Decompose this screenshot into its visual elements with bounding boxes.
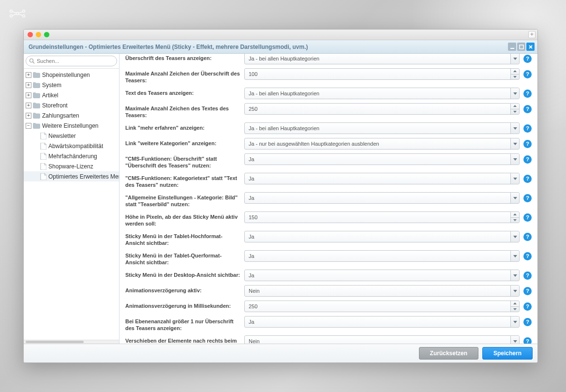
spinner-up-icon[interactable] [511,69,519,75]
expand-icon[interactable]: + [26,72,31,78]
expand-icon[interactable]: − [26,123,31,129]
spinner-up-icon[interactable] [511,301,519,307]
help-icon[interactable]: ? [523,70,532,78]
window-zoom-dot[interactable] [44,32,49,37]
expand-icon[interactable]: + [26,82,31,88]
reset-button[interactable]: Zurücksetzen [419,347,478,360]
chevron-down-icon[interactable] [510,88,519,99]
combo-value: Ja [245,234,510,240]
chevron-down-icon[interactable] [510,54,519,64]
help-icon[interactable]: ? [523,337,532,344]
help-icon[interactable]: ? [523,318,532,326]
number-input[interactable] [245,71,510,77]
search-input[interactable] [26,56,117,66]
help-icon[interactable]: ? [523,124,532,133]
help-icon[interactable]: ? [523,90,532,98]
combo-field[interactable]: Ja - nur bei ausgewählten Hauptkategorie… [244,138,520,150]
window-close-dot[interactable] [28,32,33,37]
chevron-down-icon[interactable] [510,154,519,165]
field-label: Sticky Menü in der Desktop-Ansicht sicht… [125,270,244,278]
spinner[interactable] [510,212,519,223]
combo-field[interactable]: Ja [244,270,520,281]
help-icon[interactable]: ? [523,155,532,164]
number-field[interactable] [244,211,520,223]
chevron-down-icon[interactable] [510,138,519,149]
combo-field[interactable]: Ja - bei allen Hauptkategorien [244,88,520,99]
number-input[interactable] [245,106,510,112]
window-minimize-dot[interactable] [36,32,41,37]
expand-icon[interactable]: + [26,92,31,98]
tree-folder[interactable]: +Storefront [24,100,119,110]
spinner[interactable] [510,69,519,79]
number-field[interactable] [244,301,520,312]
help-icon[interactable]: ? [523,55,532,63]
help-icon[interactable]: ? [523,105,532,113]
number-input[interactable] [245,303,510,309]
panel-minimize-button[interactable] [508,43,516,51]
spinner-down-icon[interactable] [511,109,519,115]
combo-field[interactable]: Ja [244,250,520,262]
expand-icon[interactable]: + [26,103,31,108]
help-icon[interactable]: ? [523,233,532,241]
combo-field[interactable]: Ja [244,173,520,184]
spinner-down-icon[interactable] [511,75,519,80]
tree-file[interactable]: Optimiertes Erweitertes Menü [24,171,119,181]
tree-file[interactable]: Abwärtskompatibilität [24,141,119,151]
combo-field[interactable]: Ja - bei allen Hauptkategorien [244,122,520,134]
help-icon[interactable]: ? [523,252,532,260]
chevron-down-icon[interactable] [510,231,519,242]
svg-point-2 [16,13,19,15]
svg-rect-10 [520,45,523,49]
help-icon[interactable]: ? [523,140,532,148]
save-button[interactable]: Speichern [482,347,533,360]
combo-value: Ja [245,319,510,325]
spinner-down-icon[interactable] [511,307,519,312]
tree-folder[interactable]: +Artikel [24,90,119,100]
tree-file[interactable]: Mehrfachänderung [24,151,119,161]
tree-folder[interactable]: −Weitere Einstellungen [24,121,119,131]
tree-folder[interactable]: +System [24,80,119,90]
spinner[interactable] [510,301,519,312]
tree-folder[interactable]: +Shopeinstellungen [24,70,119,80]
chevron-down-icon[interactable] [510,336,519,344]
new-tab-button[interactable]: + [528,31,536,38]
combo-field[interactable]: Ja [244,153,520,165]
panel-close-button[interactable] [526,43,535,51]
file-icon [40,173,46,180]
spinner-up-icon[interactable] [511,212,519,218]
number-field[interactable] [244,68,520,80]
tree-file[interactable]: Shopware-Lizenz [24,161,119,171]
spinner-down-icon[interactable] [511,218,519,223]
combo-field[interactable]: Ja [244,316,520,328]
panel-maximize-button[interactable] [517,43,525,51]
combo-field[interactable]: Nein [244,335,520,344]
number-input[interactable] [245,214,510,220]
chevron-down-icon[interactable] [510,173,519,184]
chevron-down-icon[interactable] [510,286,519,296]
number-field[interactable] [244,103,520,115]
help-icon[interactable]: ? [523,302,532,311]
combo-field[interactable]: Ja - bei allen Hauptkategorien [244,54,520,64]
spinner-up-icon[interactable] [511,104,519,109]
chevron-down-icon[interactable] [510,123,519,134]
chevron-down-icon[interactable] [510,193,519,203]
field-label: Höhe in Pixeln, ab der das Sticky Menü a… [125,211,244,227]
expand-icon[interactable]: + [26,113,31,119]
combo-field[interactable]: Ja [244,231,520,242]
help-icon[interactable]: ? [523,271,532,280]
spinner[interactable] [510,104,519,114]
help-icon[interactable]: ? [523,175,532,183]
sidebar-scrollbar[interactable] [24,340,119,344]
tree-label: Newsletter [48,133,76,139]
help-icon[interactable]: ? [523,194,532,202]
chevron-down-icon[interactable] [510,317,519,327]
tree-folder[interactable]: +Zahlungsarten [24,110,119,121]
chevron-down-icon[interactable] [510,251,519,261]
combo-field[interactable]: Ja [244,192,520,204]
tree-file[interactable]: Newsletter [24,131,119,141]
field-label: Sticky Menü in der Tablet-Hochformat-Ans… [125,231,244,246]
help-icon[interactable]: ? [523,213,532,222]
help-icon[interactable]: ? [523,287,532,295]
combo-field[interactable]: Nein [244,285,520,297]
chevron-down-icon[interactable] [510,270,519,281]
